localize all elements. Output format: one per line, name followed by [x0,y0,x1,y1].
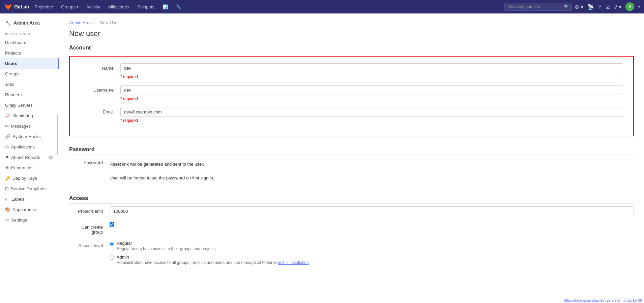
nav-chart-icon[interactable]: 📊 [160,3,171,11]
email-required-hint: * required [120,118,623,123]
sidebar-item-projects[interactable]: Projects [0,48,59,58]
sidebar-item-deploy-keys[interactable]: 🔑 Deploy Keys [0,173,59,183]
access-admin-radio[interactable] [110,256,114,260]
sidebar-item-messages[interactable]: ✉ Messages [0,121,59,131]
name-row: Name * required [80,63,623,79]
password-row: Password Reset link will be generated an… [69,158,634,185]
sidebar-item-kubernetes[interactable]: ☸ Kubernetes [0,163,59,173]
chevron-down-icon: ▾ [77,5,78,9]
sidebar-item-applications[interactable]: ⚙ Applications [0,142,59,152]
name-label: Name [80,63,120,71]
sidebar-item-system-hooks[interactable]: 🔗 System Hooks [0,131,59,142]
settings-icon: ⚙ [5,217,9,223]
messages-icon: ✉ [5,124,9,129]
monitoring-icon: 📈 [5,113,10,118]
sidebar-item-labels[interactable]: 🏷 Labels [0,194,59,204]
nav-wrench-icon[interactable]: 🔧 [173,3,184,11]
nav-snippets[interactable]: Snippets [135,3,157,11]
kubernetes-icon: ☸ [5,165,9,170]
main-content: Admin Area › New User New user Account N… [59,13,644,303]
calendar-icon[interactable]: ☑ [606,4,610,10]
username-required-hint: * required [120,96,623,101]
admin-sidebar: 🔧 Admin Area ⊞ Overview Dashboard Projec… [0,13,59,303]
user-menu-chevron[interactable]: ▾ [638,5,640,9]
access-regular-desc: Regular users have access to their group… [117,246,216,251]
access-regular-option: Regular Regular users have access to the… [110,241,634,251]
password-field: Reset link will be generated and sent to… [110,158,634,185]
can-create-group-label: Can create group [69,222,110,235]
name-field: * required [120,63,623,79]
sidebar-scrollbar [57,115,58,155]
access-admin-link[interactable]: in this installation [278,260,309,265]
sidebar-item-gitaly[interactable]: Gitaly Servers [0,100,59,110]
wrench-icon: 🔧 [5,20,11,26]
account-form-box: Name * required Username * required [69,56,634,136]
access-level-row: Access level Regular Regular users have … [69,241,634,268]
email-input[interactable] [120,107,623,117]
user-avatar[interactable]: A [625,2,634,11]
username-row: Username * required [80,85,623,101]
sidebar-item-groups[interactable]: Groups [0,69,59,79]
access-admin-label: Admin [117,255,309,260]
username-input[interactable] [120,85,623,95]
status-bar: https://blog.example.net/users/sign_in#2… [562,298,644,303]
password-section-title: Password [69,146,634,155]
password-text-line1: Reset link will be generated and sent to… [110,158,634,171]
password-text-line2: User will be forced to set the password … [110,171,634,185]
username-label: Username [80,85,120,93]
sidebar-item-runners[interactable]: Runners [0,90,59,100]
top-navigation: GitLab Projects ▾ Groups ▾ Activity Mile… [0,0,644,13]
appearance-icon: 🎨 [5,207,10,212]
sidebar-item-service-templates[interactable]: ⊡ Service Templates [0,183,59,194]
flag-icon: ⚑ [5,155,9,160]
projects-limit-field [110,206,634,216]
account-section-title: Account [69,45,634,53]
can-create-group-checkbox-row [110,222,634,227]
username-field: * required [120,85,623,101]
sidebar-item-users[interactable]: Users [0,58,59,69]
sidebar-item-settings[interactable]: ⚙ Settings [0,215,59,225]
sidebar-item-jobs[interactable]: Jobs [0,79,59,90]
email-row: Email * required [80,107,623,123]
name-required-hint: * required [120,74,623,79]
sidebar-item-dashboard[interactable]: Dashboard [0,37,59,48]
abuse-reports-badge: 0 [48,156,54,160]
broadcast-icon[interactable]: 📡 [587,4,594,10]
access-admin-option: Admin Administrators have access to all … [110,255,634,265]
nav-groups[interactable]: Groups ▾ [58,3,81,11]
nav-activity[interactable]: Activity [84,3,103,11]
name-input[interactable] [120,63,623,73]
template-icon: ⊡ [5,186,9,191]
nav-projects[interactable]: Projects ▾ [32,3,56,11]
app-name: GitLab [14,4,29,9]
sidebar-section-overview: ⊞ Overview [0,29,59,37]
search-icon: 🔍 [564,4,569,9]
projects-limit-input[interactable] [110,206,634,216]
grid-icon: ⊞ [5,32,8,36]
global-search-input[interactable] [504,3,572,11]
projects-limit-row: Projects limit [69,206,634,216]
sidebar-item-appearance[interactable]: 🎨 Appearance [0,204,59,215]
breadcrumb-parent[interactable]: Admin Area [69,20,92,25]
breadcrumb-current: New User [100,20,119,25]
gitlab-logo[interactable]: GitLab [4,3,29,11]
access-regular-label: Regular [117,241,216,246]
nav-milestones[interactable]: Milestones [106,3,132,11]
access-level-label: Access level [69,241,110,248]
help-icon[interactable]: ? ▾ [614,4,621,10]
access-regular-radio[interactable] [110,242,114,246]
can-create-group-field [110,222,634,227]
label-icon: 🏷 [5,197,9,202]
merge-request-icon[interactable]: ⑂ [598,4,602,10]
password-section: Password Password Reset link will be gen… [69,146,634,185]
sidebar-item-monitoring[interactable]: 📈 Monitoring [0,110,59,121]
can-create-group-checkbox[interactable] [110,222,114,227]
access-section: Access Projects limit Can create group [69,195,634,268]
page-title: New user [69,29,634,38]
password-label: Password [69,158,110,165]
plus-icon[interactable]: ⊕ ▾ [575,4,583,10]
app-icon: ⚙ [5,144,9,149]
sidebar-item-abuse-reports[interactable]: ⚑ Abuse Reports 0 [0,152,59,163]
breadcrumb-separator: › [94,20,96,25]
email-field: * required [120,107,623,123]
